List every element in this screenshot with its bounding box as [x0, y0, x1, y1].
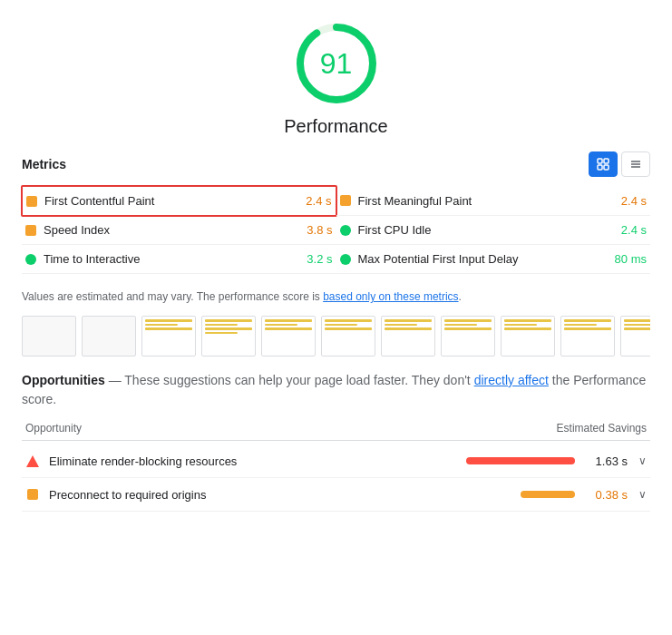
film-frame — [620, 316, 650, 357]
filmstrip — [22, 316, 650, 357]
metrics-section: Metrics First Conte — [22, 151, 650, 274]
metrics-link[interactable]: based only on these metrics — [323, 290, 458, 303]
film-frame — [501, 316, 555, 357]
film-frame — [201, 316, 256, 357]
score-circle: 91 — [291, 18, 382, 109]
metric-value: 2.4 s — [306, 194, 331, 208]
svg-rect-3 — [604, 159, 609, 163]
list-view-button[interactable] — [621, 151, 650, 177]
col-savings: Estimated Savings — [557, 422, 647, 435]
metric-indicator — [25, 225, 36, 236]
opportunities-section: Opportunities — These suggestions can he… — [22, 371, 650, 512]
opportunity-preconnect[interactable]: Preconnect to required origins 0.38 s ∨ — [22, 478, 650, 512]
svg-rect-2 — [598, 159, 602, 163]
opportunity-bar — [521, 491, 575, 498]
score-section: 91 Performance — [22, 18, 650, 137]
metric-value: 2.4 s — [621, 194, 647, 208]
metric-value: 3.8 s — [307, 223, 332, 237]
square-orange-icon — [25, 487, 40, 502]
film-frame — [141, 316, 196, 357]
metric-name: Max Potential First Input Delay — [358, 252, 608, 266]
svg-rect-5 — [604, 165, 609, 170]
metric-value: 80 ms — [615, 252, 647, 266]
opportunity-bar-container: 1.63 s ∨ — [466, 454, 647, 468]
film-frame — [560, 316, 615, 357]
metrics-grid: First Contentful Paint 2.4 s First Meani… — [22, 186, 650, 274]
metric-name: First Contentful Paint — [44, 194, 298, 208]
metric-time-to-interactive: Time to Interactive 3.2 s — [22, 245, 336, 274]
metric-value: 3.2 s — [307, 252, 332, 266]
chevron-down-icon: ∨ — [638, 454, 647, 467]
opportunity-bar-container: 0.38 s ∨ — [521, 488, 647, 502]
svg-rect-4 — [598, 165, 602, 170]
metric-name: Time to Interactive — [44, 252, 299, 266]
performance-label: Performance — [284, 116, 388, 137]
metric-first-contentful-paint: First Contentful Paint 2.4 s — [21, 185, 337, 217]
film-frame — [381, 316, 435, 357]
info-text: Values are estimated and may vary. The p… — [22, 288, 650, 305]
directly-affect-link[interactable]: directly affect — [474, 373, 549, 387]
metric-indicator — [340, 225, 351, 236]
opportunity-savings: 0.38 s — [582, 488, 628, 502]
metrics-header: Metrics — [22, 151, 650, 177]
metric-name: First CPU Idle — [358, 223, 614, 237]
metric-max-potential-fid: Max Potential First Input Delay 80 ms — [336, 245, 651, 274]
metric-name: First Meaningful Paint — [358, 194, 614, 208]
metric-first-cpu-idle: First CPU Idle 2.4 s — [336, 216, 651, 245]
metric-first-meaningful-paint: First Meaningful Paint 2.4 s — [336, 186, 651, 216]
score-value: 91 — [320, 47, 353, 81]
opportunities-title: Opportunities — [22, 373, 105, 387]
metric-value: 2.4 s — [621, 223, 647, 237]
film-frame — [82, 316, 136, 357]
grid-view-button[interactable] — [589, 151, 618, 177]
metrics-title: Metrics — [22, 157, 66, 171]
film-frame — [441, 316, 495, 357]
opportunity-savings: 1.63 s — [582, 454, 628, 468]
warning-triangle-icon — [25, 454, 40, 468]
metric-indicator — [340, 195, 351, 206]
film-frame — [22, 316, 76, 357]
opportunity-name: Eliminate render-blocking resources — [49, 454, 466, 468]
metric-name: Speed Index — [44, 223, 299, 237]
view-toggle — [589, 151, 650, 177]
opportunity-eliminate-render-blocking[interactable]: Eliminate render-blocking resources 1.63… — [22, 444, 650, 478]
film-frame — [321, 316, 375, 357]
opportunities-table-header: Opportunity Estimated Savings — [22, 416, 650, 441]
metric-indicator — [26, 196, 37, 207]
opportunities-header: Opportunities — These suggestions can he… — [22, 371, 650, 409]
film-frame — [261, 316, 316, 357]
col-opportunity: Opportunity — [25, 422, 82, 435]
metric-indicator — [340, 254, 351, 265]
opportunity-name: Preconnect to required origins — [49, 488, 521, 502]
chevron-down-icon: ∨ — [638, 488, 647, 501]
opportunity-bar — [466, 457, 575, 464]
metric-indicator — [25, 254, 36, 265]
metric-speed-index: Speed Index 3.8 s — [22, 216, 336, 245]
